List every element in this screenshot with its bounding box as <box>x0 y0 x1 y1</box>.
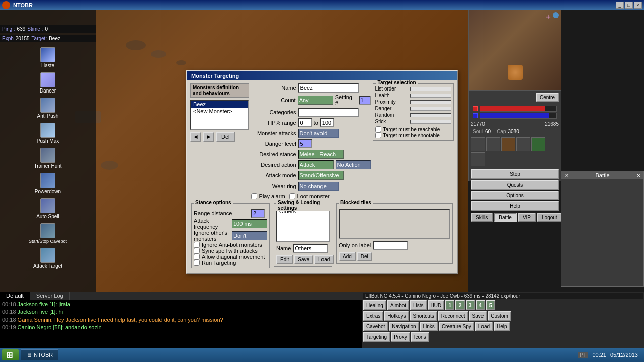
tab-default[interactable]: Default <box>0 292 30 300</box>
desired-stance-input[interactable] <box>298 150 344 159</box>
desired-action-input1[interactable] <box>298 160 334 169</box>
count-input[interactable] <box>298 96 333 105</box>
shootable-checkbox[interactable] <box>375 132 381 138</box>
attack-frequency-input[interactable] <box>232 219 267 228</box>
wear-ring-input[interactable] <box>298 182 339 191</box>
run-targeting-label: Run Targeting <box>202 260 236 266</box>
options-button[interactable]: Options <box>471 191 559 200</box>
links-button[interactable]: Links <box>420 322 438 331</box>
play-alarm-checkbox[interactable] <box>251 193 257 199</box>
maximize-button[interactable]: □ <box>625 2 633 9</box>
del-button[interactable]: Del <box>216 132 235 142</box>
taskbar-ntobr[interactable]: 🖥 NTOBR <box>21 349 58 360</box>
battle-panel-close[interactable]: ✕ <box>636 173 640 178</box>
skill-powerdown[interactable]: Powerdown <box>34 172 62 195</box>
item-slot-6 <box>471 152 485 166</box>
next-button[interactable]: ► <box>203 132 214 142</box>
random-bar[interactable] <box>410 113 451 117</box>
custom-button[interactable]: Custom <box>488 311 511 321</box>
targeting-button[interactable]: Targeting <box>363 332 390 342</box>
centre-button[interactable]: Centre <box>536 93 559 102</box>
allow-diagonal-checkbox[interactable] <box>194 254 200 260</box>
name-input[interactable] <box>298 83 359 93</box>
creature-spy-button[interactable]: Creature Spy <box>439 322 474 331</box>
dialog-right: Target selection List order Health Proxi… <box>373 83 454 199</box>
skill-anti-push[interactable]: Anti Push <box>36 97 60 120</box>
btn-1[interactable]: 1 <box>445 300 454 310</box>
hp-from-input[interactable] <box>298 118 312 127</box>
monster-list-item-new[interactable]: <New Monster> <box>191 108 248 115</box>
navigation-button[interactable]: Navigation <box>389 322 419 331</box>
add-button[interactable]: Add <box>339 252 356 261</box>
proxy-button[interactable]: Proxy <box>391 332 410 342</box>
range-distance-input[interactable] <box>251 209 265 218</box>
cavebot-button[interactable]: Cavebot <box>363 322 388 331</box>
count-label: Count <box>251 97 296 103</box>
skill-auto-spell[interactable]: Auto Spell <box>35 197 60 220</box>
proximity-bar[interactable] <box>410 100 451 104</box>
icons-button[interactable]: Icons <box>411 332 429 342</box>
desired-action-input2[interactable] <box>336 160 371 169</box>
hp-to-input[interactable] <box>320 118 334 127</box>
reconnect-button[interactable]: Reconnect <box>438 311 468 321</box>
prev-button[interactable]: ◄ <box>190 132 201 142</box>
extras-button[interactable]: Extras <box>363 311 383 321</box>
saving-listbox[interactable]: Others <box>276 207 330 242</box>
btn-2[interactable]: 2 <box>455 300 464 310</box>
skill-attack-target[interactable]: Attack Target <box>32 247 63 270</box>
tab-server-log[interactable]: Server Log <box>30 292 70 300</box>
stick-bar[interactable] <box>410 120 451 124</box>
run-targeting-checkbox[interactable] <box>194 260 200 266</box>
loot-monster-checkbox[interactable] <box>289 193 295 199</box>
tab-battle[interactable]: Battle <box>494 213 517 222</box>
edit-button[interactable]: Edit <box>276 255 293 264</box>
skill-dancer[interactable]: Dancer <box>39 71 57 95</box>
skill-trainer-hunt[interactable]: Trainer Hunt <box>33 147 62 170</box>
quests-button[interactable]: Quests <box>471 180 559 190</box>
monster-listbox[interactable]: Beez <New Monster> <box>190 100 249 130</box>
btn-5[interactable]: 5 <box>486 300 495 310</box>
saving-name-input[interactable] <box>293 244 328 253</box>
sync-spell-checkbox[interactable] <box>194 248 200 254</box>
health-bar[interactable] <box>410 94 451 98</box>
close-button[interactable]: × <box>634 2 642 9</box>
skill-start-stop-cavebot[interactable]: Start/Stop Cavebot <box>28 222 68 245</box>
categories-input[interactable] <box>298 108 359 117</box>
hotkeys-button[interactable]: Hotkeys <box>384 311 409 321</box>
aimbot-button[interactable]: Aimbot <box>387 300 409 310</box>
ignore-monsters-input[interactable] <box>232 231 267 240</box>
monster-dialog-title: Monster Targeting <box>187 71 457 80</box>
reachable-checkbox[interactable] <box>375 126 381 132</box>
minimize-button[interactable]: _ <box>616 2 624 9</box>
load-button[interactable]: Load <box>314 255 334 264</box>
tab-logout[interactable]: Logout <box>537 213 562 222</box>
stop-button[interactable]: Stop <box>471 169 559 179</box>
shortcuts-button[interactable]: Shortcuts <box>410 311 437 321</box>
skill-push-max[interactable]: Push Max <box>36 122 60 145</box>
tab-vip[interactable]: VIP <box>518 213 536 222</box>
monster-attacks-input[interactable] <box>298 129 339 138</box>
danger-level-input[interactable] <box>298 139 312 148</box>
help-button[interactable]: Help <box>471 201 559 211</box>
help-elfbot-button[interactable]: Help <box>494 322 510 331</box>
healing-button[interactable]: Healing <box>363 300 386 310</box>
skill-haste[interactable]: Haste <box>39 46 56 69</box>
start-button[interactable]: ⊞ <box>2 349 19 360</box>
ignore-antibot-checkbox[interactable] <box>194 242 200 248</box>
attack-mode-input[interactable] <box>298 171 344 180</box>
load-button[interactable]: Load <box>475 322 493 331</box>
btn-4[interactable]: 4 <box>476 300 485 310</box>
lists-button[interactable]: Lists <box>410 300 427 310</box>
save-button[interactable]: Save <box>294 255 313 264</box>
danger-bar[interactable] <box>410 107 451 111</box>
del-blocked-button[interactable]: Del <box>357 252 372 261</box>
setting-input[interactable] <box>359 96 371 105</box>
hud-button[interactable]: HUD <box>428 300 445 310</box>
reachable-label: Target must be reachable <box>383 127 440 132</box>
only-on-input[interactable] <box>373 241 408 250</box>
list-order-bar[interactable] <box>410 87 451 91</box>
monster-list-item-beez[interactable]: Beez <box>191 101 248 108</box>
save-button[interactable]: Save <box>469 311 487 321</box>
tab-skills[interactable]: Skills <box>471 213 493 222</box>
btn-3[interactable]: 3 <box>466 300 475 310</box>
